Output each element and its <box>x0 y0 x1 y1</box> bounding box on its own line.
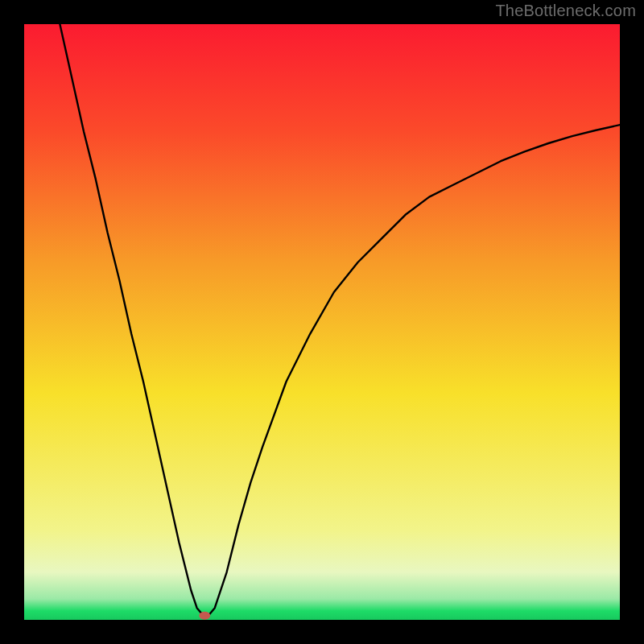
chart-frame: TheBottleneck.com <box>0 0 644 644</box>
optimal-point-marker <box>199 612 210 620</box>
plot-area <box>24 24 620 620</box>
gradient-background <box>24 24 620 620</box>
watermark-text: TheBottleneck.com <box>495 2 636 20</box>
plot-svg <box>24 24 620 620</box>
